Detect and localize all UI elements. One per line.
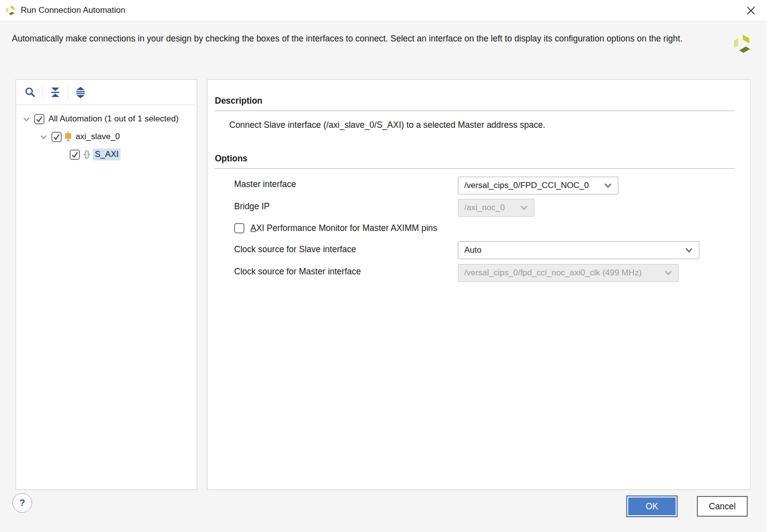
checkbox-checked[interactable] bbox=[51, 132, 62, 142]
tree-item-axi-slave-0[interactable]: axi_slave_0 bbox=[16, 128, 197, 146]
master-interface-label: Master interface bbox=[234, 179, 296, 190]
tree-toolbar bbox=[16, 80, 197, 105]
chevron-down-icon bbox=[513, 205, 528, 211]
dialog-title: Run Connection Automation bbox=[21, 5, 125, 15]
chevron-down-icon bbox=[678, 247, 693, 253]
titlebar: Run Connection Automation bbox=[0, 0, 767, 21]
description-text: Connect Slave interface (/axi_slave_0/S_… bbox=[229, 120, 735, 130]
automation-tree: All Automation (1 out of 1 selected) bbox=[16, 105, 197, 163]
chevron-down-icon[interactable] bbox=[23, 115, 31, 123]
chevron-down-icon bbox=[597, 183, 612, 189]
ok-button[interactable]: OK bbox=[626, 495, 678, 517]
chevron-down-icon bbox=[657, 270, 672, 276]
dialog-description: Automatically make connections in your d… bbox=[12, 32, 720, 45]
close-icon[interactable] bbox=[744, 4, 757, 17]
clock-slave-label: Clock source for Slave interface bbox=[234, 244, 356, 255]
xilinx-logo-icon bbox=[4, 4, 16, 16]
clock-slave-value: Auto bbox=[464, 245, 482, 255]
configuration-panel: Description Connect Slave interface (/ax… bbox=[207, 79, 751, 490]
bridge-ip-value: /axi_noc_0 bbox=[464, 203, 505, 213]
clock-master-dropdown: /versal_cips_0/fpd_cci_noc_axi0_clk (499… bbox=[458, 264, 679, 282]
checkbox-checked[interactable] bbox=[70, 150, 80, 160]
tree-item-label: axi_slave_0 bbox=[74, 131, 122, 143]
cancel-button[interactable]: Cancel bbox=[697, 496, 748, 517]
axi-performance-monitor-option[interactable]: AXI Performance Monitor for Master AXIMM… bbox=[234, 223, 437, 233]
collapse-all-icon[interactable] bbox=[48, 85, 63, 100]
search-icon[interactable] bbox=[23, 85, 38, 100]
description-heading: Description bbox=[215, 96, 735, 111]
bus-interface-icon bbox=[82, 150, 91, 159]
master-interface-dropdown[interactable]: /versal_cips_0/FPD_CCI_NOC_0 bbox=[458, 177, 618, 194]
run-connection-automation-dialog: Run Connection Automation Automatically … bbox=[0, 0, 767, 532]
toolbar-divider bbox=[68, 85, 68, 99]
automation-tree-panel: All Automation (1 out of 1 selected) bbox=[15, 79, 198, 490]
clock-master-label: Clock source for Master interface bbox=[234, 266, 361, 277]
toolbar-divider bbox=[42, 85, 43, 99]
bridge-ip-label: Bridge IP bbox=[234, 201, 270, 212]
tree-item-all-automation[interactable]: All Automation (1 out of 1 selected) bbox=[16, 110, 197, 128]
help-button[interactable]: ? bbox=[12, 493, 32, 513]
master-interface-value: /versal_cips_0/FPD_CCI_NOC_0 bbox=[464, 181, 589, 190]
axi-performance-monitor-label: AXI Performance Monitor for Master AXIMM… bbox=[250, 223, 437, 233]
tree-item-label: All Automation (1 out of 1 selected) bbox=[46, 113, 181, 125]
options-heading: Options bbox=[215, 153, 735, 169]
clock-slave-dropdown[interactable]: Auto bbox=[458, 241, 699, 259]
tree-item-label: S_AXI bbox=[93, 149, 121, 160]
ip-block-icon bbox=[64, 131, 72, 142]
chevron-down-icon[interactable] bbox=[40, 133, 48, 141]
options-form: Master interface /versal_cips_0/FPD_CCI_… bbox=[215, 169, 735, 376]
expand-all-icon[interactable] bbox=[73, 85, 88, 100]
xilinx-logo-large-icon bbox=[731, 33, 753, 57]
checkbox-checked[interactable] bbox=[34, 114, 44, 124]
bridge-ip-dropdown: /axi_noc_0 bbox=[458, 199, 534, 217]
clock-master-value: /versal_cips_0/fpd_cci_noc_axi0_clk (499… bbox=[464, 268, 642, 278]
tree-item-s-axi[interactable]: S_AXI bbox=[16, 146, 197, 163]
checkbox-unchecked[interactable] bbox=[234, 223, 244, 233]
